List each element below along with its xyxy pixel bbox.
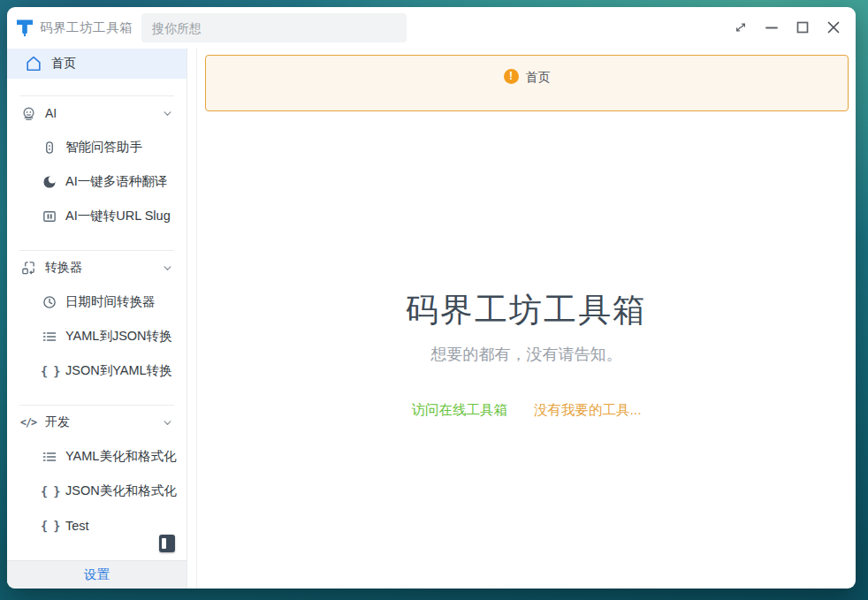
sidebar-item-label: 首页 [51, 56, 76, 72]
transform-icon [19, 259, 37, 277]
slug-columns-icon [41, 208, 58, 225]
code-icon: </> [19, 416, 37, 429]
sidebar-section-dev[interactable]: </> 开发 [7, 406, 187, 439]
app-logo-icon [14, 17, 35, 38]
braces-icon: { } [41, 364, 58, 378]
sidebar-nav: 首页 AI [7, 48, 187, 560]
settings-label: 设置 [84, 566, 110, 583]
sidebar-section-converters[interactable]: 转换器 [7, 251, 187, 285]
sidebar-item-label: YAML到JSON转换 [65, 328, 172, 345]
app-title: 码界工坊工具箱 [40, 19, 133, 36]
list-icon [41, 328, 58, 346]
braces-icon: { } [41, 484, 58, 498]
section-label: 转换器 [45, 260, 82, 276]
sidebar-item-json-to-yaml[interactable]: { } JSON到YAML转换 [7, 353, 187, 388]
sidebar-item-ai-translate[interactable]: AI一键多语种翻译 [7, 164, 187, 199]
sidebar-item-label: Test [65, 519, 89, 533]
request-tool-link[interactable]: 没有我要的工具... [534, 401, 641, 420]
sidebar-item-label: AI一键多语种翻译 [65, 173, 167, 190]
sidebar-item-label: JSON到YAML转换 [65, 362, 172, 379]
sidebar-section-ai[interactable]: AI [7, 96, 187, 130]
settings-button[interactable]: 设置 [7, 560, 187, 589]
translate-moon-icon [41, 173, 58, 191]
sidebar-item-label: 日期时间转换器 [65, 293, 156, 310]
app-window: 码界工坊工具箱 [7, 7, 856, 589]
maximize-button[interactable] [791, 16, 814, 39]
sidebar-item-label: 智能问答助手 [65, 139, 142, 156]
close-button[interactable] [822, 16, 845, 39]
content-row: 首页 AI [7, 48, 856, 589]
sidebar-item-home[interactable]: 首页 [7, 49, 187, 79]
expand-icon[interactable] [729, 16, 752, 39]
mouse-cursor [159, 535, 175, 552]
sidebar-item-url-slug[interactable]: AI一键转URL Slug [7, 199, 187, 233]
chat-bot-icon [41, 139, 58, 156]
braces-icon: { } [41, 519, 58, 533]
clock-icon [41, 293, 58, 311]
sidebar-item-label: JSON美化和格式化 [65, 482, 177, 499]
robot-icon [19, 104, 37, 122]
sidebar-item-datetime-converter[interactable]: 日期时间转换器 [7, 285, 187, 319]
hero-subtitle: 想要的都有，没有请告知。 [197, 344, 856, 365]
titlebar: 码界工坊工具箱 [7, 7, 856, 48]
section-label: AI [45, 106, 57, 120]
section-label: 开发 [45, 414, 70, 430]
sidebar-item-yaml-to-json[interactable]: YAML到JSON转换 [7, 319, 187, 353]
online-toolbox-link[interactable]: 访问在线工具箱 [412, 401, 508, 420]
hero-links: 访问在线工具箱 没有我要的工具... [197, 401, 856, 420]
alert-title: 首页 [526, 69, 551, 110]
chevron-down-icon [158, 414, 176, 431]
sidebar-item-label: YAML美化和格式化 [65, 448, 176, 465]
search-input[interactable] [141, 13, 407, 42]
sidebar-item-label: AI一键转URL Slug [65, 208, 171, 224]
alert-banner: ! 首页 [205, 55, 849, 111]
warning-icon: ! [504, 69, 519, 84]
sidebar: 首页 AI [7, 48, 187, 589]
window-controls [729, 16, 856, 39]
main-panel: ! 首页 码界工坊工具箱 想要的都有，没有请告知。 访问在线工具箱 没有我要的工… [196, 48, 856, 589]
hero-title: 码界工坊工具箱 [197, 288, 856, 332]
hero: 码界工坊工具箱 想要的都有，没有请告知。 访问在线工具箱 没有我要的工具... [197, 288, 856, 420]
sidebar-item-qa-assistant[interactable]: 智能问答助手 [7, 130, 187, 164]
list-icon [41, 448, 58, 466]
sidebar-item-yaml-beautify[interactable]: YAML美化和格式化 [7, 439, 187, 474]
home-icon [25, 55, 42, 72]
sidebar-item-json-beautify[interactable]: { } JSON美化和格式化 [7, 474, 187, 508]
minimize-button[interactable] [760, 16, 783, 39]
chevron-down-icon [158, 104, 176, 122]
chevron-down-icon [158, 259, 176, 277]
